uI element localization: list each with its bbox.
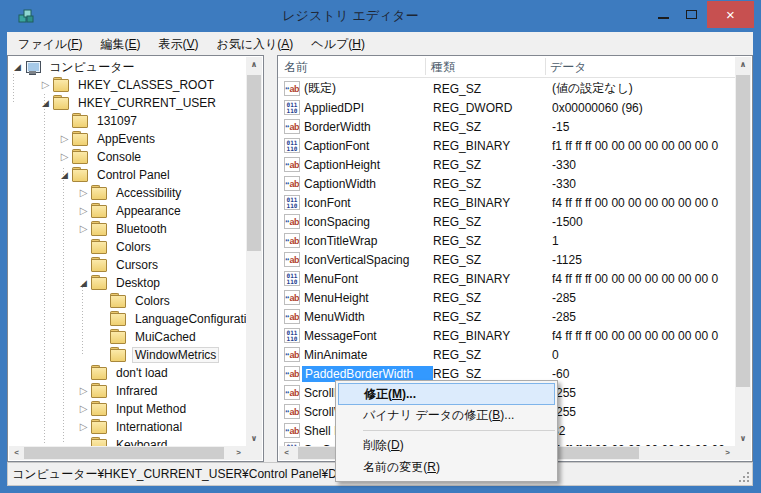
context-menu: 修正(M)...バイナリ データの修正(B)...削除(D)名前の変更(R) <box>335 380 558 482</box>
tree-item-windowmetrics[interactable]: WindowMetrics <box>8 346 246 364</box>
expand-arrow-icon[interactable]: ▷ <box>76 418 91 436</box>
tree-item-colors[interactable]: Colors <box>8 292 246 310</box>
string-value-icon <box>284 119 300 134</box>
window-title: レジストリ エディター <box>60 0 641 32</box>
collapse-arrow-icon[interactable]: ◢ <box>76 274 91 292</box>
value-row-borderwidth[interactable]: BorderWidthREG_SZ-15 <box>278 117 735 136</box>
value-row-captionheight[interactable]: CaptionHeightREG_SZ-330 <box>278 155 735 174</box>
menubar-item-view[interactable]: 表示(V) <box>149 32 207 57</box>
expand-arrow-icon[interactable]: ▷ <box>76 184 91 202</box>
menubar-item-favorites[interactable]: お気に入り(A) <box>208 32 303 57</box>
tree-item-keyboard[interactable]: Keyboard <box>8 436 246 446</box>
value-row-minanimate[interactable]: MinAnimateREG_SZ0 <box>278 345 735 364</box>
tree-item-131097[interactable]: 131097 <box>8 112 246 130</box>
menubar: ファイル(F)編集(E)表示(V)お気に入り(A)ヘルプ(H) <box>7 32 753 55</box>
tree-item-label: Appearance <box>113 203 184 219</box>
tree-item-colors[interactable]: Colors <box>8 238 246 256</box>
tree-item-desktop[interactable]: ◢Desktop <box>8 274 246 292</box>
tree-item-don-t-load[interactable]: don't load <box>8 364 246 382</box>
expand-arrow-icon[interactable]: ▷ <box>76 202 91 220</box>
collapse-arrow-icon[interactable]: ◢ <box>10 58 25 76</box>
collapse-arrow-icon[interactable]: ◢ <box>38 94 53 112</box>
scroll-right-icon[interactable]: > <box>720 446 735 460</box>
menu-separator <box>363 430 555 431</box>
tree-item-accessibility[interactable]: ▷Accessibility <box>8 184 246 202</box>
tree-item-cursors[interactable]: Cursors <box>8 256 246 274</box>
scroll-up-icon[interactable]: ∧ <box>735 57 751 72</box>
tree-vscroll-thumb[interactable] <box>247 75 261 251</box>
value-row-menuwidth[interactable]: MenuWidthREG_SZ-285 <box>278 307 735 326</box>
tree-hscroll-thumb[interactable] <box>24 447 224 459</box>
context-menu-item-delete[interactable]: 削除(D) <box>336 435 557 457</box>
value-row-icontitlewrap[interactable]: IconTitleWrapREG_SZ1 <box>278 231 735 250</box>
column-header-type[interactable]: 種類 <box>431 59 455 76</box>
value-row-menufont[interactable]: MenuFontREG_BINARYf4 ff ff ff 00 00 00 0… <box>278 269 735 288</box>
tree-item-hkey-current-user[interactable]: ◢HKEY_CURRENT_USER <box>8 94 246 112</box>
maximize-button[interactable] <box>676 1 706 28</box>
folder-icon <box>72 169 89 182</box>
scroll-up-icon[interactable]: ∧ <box>246 57 262 72</box>
menubar-item-help[interactable]: ヘルプ(H) <box>302 32 374 57</box>
tree-item-infrared[interactable]: ▷Infrared <box>8 382 246 400</box>
scroll-left-icon[interactable]: < <box>9 446 24 460</box>
context-menu-item-rename[interactable]: 名前の変更(R) <box>336 457 557 479</box>
column-header-name[interactable]: 名前 <box>284 59 308 76</box>
value-name: MinAnimate <box>304 347 433 363</box>
tree-item-appearance[interactable]: ▷Appearance <box>8 202 246 220</box>
tree-item-label: don't load <box>113 365 171 381</box>
tree-item-input-method[interactable]: ▷Input Method <box>8 400 246 418</box>
expand-arrow-icon[interactable]: ▷ <box>57 130 72 148</box>
tree-item-muicached[interactable]: MuiCached <box>8 328 246 346</box>
tree-horizontal-scrollbar[interactable]: < > <box>9 446 246 460</box>
context-menu-item-modify-binary[interactable]: バイナリ データの修正(B)... <box>336 405 557 427</box>
minimize-button[interactable] <box>648 1 678 28</box>
value-type: REG_SZ <box>433 158 552 172</box>
tree-item-appevents[interactable]: ▷AppEvents <box>8 130 246 148</box>
scroll-left-icon[interactable]: < <box>279 446 294 460</box>
expand-arrow-icon[interactable]: ▷ <box>76 382 91 400</box>
expand-arrow-icon[interactable]: ▷ <box>57 148 72 166</box>
value-row-captionwidth[interactable]: CaptionWidthREG_SZ-330 <box>278 174 735 193</box>
value-row-captionfont[interactable]: CaptionFontREG_BINARYf1 ff ff ff 00 00 0… <box>278 136 735 155</box>
value-row-menuheight[interactable]: MenuHeightREG_SZ-285 <box>278 288 735 307</box>
column-separator[interactable] <box>425 58 426 75</box>
close-button[interactable]: × <box>707 1 754 28</box>
column-separator[interactable] <box>545 58 546 75</box>
expand-arrow-icon[interactable]: ▷ <box>76 220 91 238</box>
menubar-item-edit[interactable]: 編集(E) <box>91 32 149 57</box>
tree-item-label: AppEvents <box>94 131 158 147</box>
folder-icon <box>110 295 127 308</box>
list-vertical-scrollbar[interactable]: ∧ ∨ <box>735 57 751 446</box>
menubar-item-file[interactable]: ファイル(F) <box>9 32 91 57</box>
value-row-messagefont[interactable]: MessageFontREG_BINARYf4 ff ff ff 00 00 0… <box>278 326 735 345</box>
list-vscroll-thumb[interactable] <box>736 75 750 387</box>
registry-app-icon <box>18 8 34 24</box>
tree-item-hkey-classes-root[interactable]: ▷HKEY_CLASSES_ROOT <box>8 76 246 94</box>
value-row-iconspacing[interactable]: IconSpacingREG_SZ-1500 <box>278 212 735 231</box>
tree-vertical-scrollbar[interactable]: ∧ ∨ <box>246 57 262 446</box>
context-menu-item-modify[interactable]: 修正(M)... <box>338 383 555 405</box>
value-row-[interactable]: (既定)REG_SZ(値の設定なし) <box>278 79 735 98</box>
tree-item-[interactable]: ◢コンピューター <box>8 58 246 76</box>
tree-item-control-panel[interactable]: ◢Control Panel <box>8 166 246 184</box>
scroll-right-icon[interactable]: > <box>231 446 246 460</box>
value-row-iconfont[interactable]: IconFontREG_BINARYf4 ff ff ff 00 00 00 0… <box>278 193 735 212</box>
value-data: -330 <box>552 177 735 191</box>
tree-item-console[interactable]: ▷Console <box>8 148 246 166</box>
tree-item-international[interactable]: ▷International <box>8 418 246 436</box>
value-type: REG_BINARY <box>433 272 552 286</box>
string-value-icon <box>284 176 300 191</box>
column-header-data[interactable]: データ <box>550 59 587 76</box>
expand-arrow-icon[interactable]: ▷ <box>38 76 53 94</box>
scroll-down-icon[interactable]: ∨ <box>246 431 262 446</box>
value-row-iconverticalspacing[interactable]: IconVerticalSpacingREG_SZ-1125 <box>278 250 735 269</box>
tree-item-label: Infrared <box>113 383 160 399</box>
collapse-arrow-icon[interactable]: ◢ <box>57 166 72 184</box>
tree-item-bluetooth[interactable]: ▷Bluetooth <box>8 220 246 238</box>
value-name: CaptionWidth <box>304 176 433 192</box>
resize-grip-icon[interactable] <box>738 471 750 483</box>
scroll-down-icon[interactable]: ∨ <box>735 431 751 446</box>
value-row-applieddpi[interactable]: AppliedDPIREG_DWORD0x00000060 (96) <box>278 98 735 117</box>
tree-item-languageconfiguration[interactable]: LanguageConfiguration <box>8 310 246 328</box>
expand-arrow-icon[interactable]: ▷ <box>76 400 91 418</box>
